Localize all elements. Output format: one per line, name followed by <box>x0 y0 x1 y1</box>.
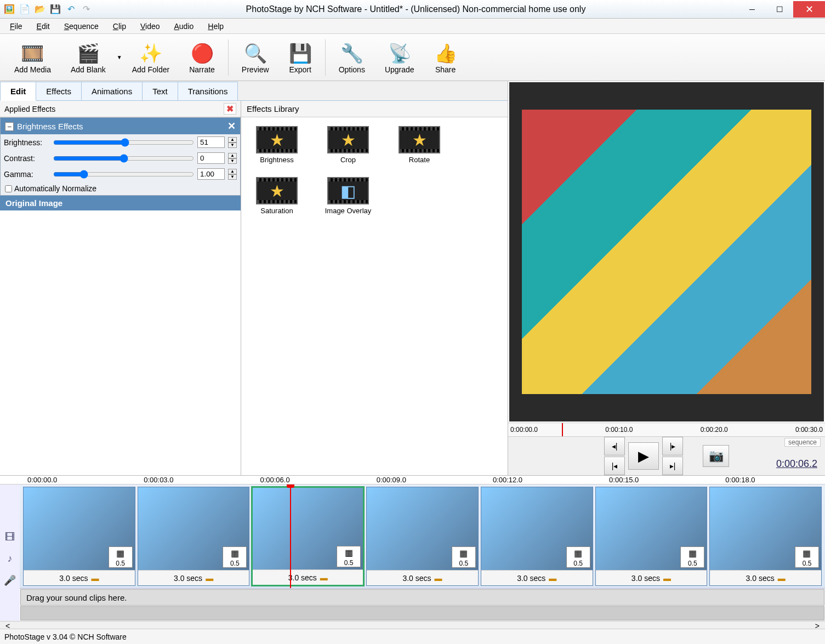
tab-text[interactable]: Text <box>142 82 178 100</box>
sequence-label[interactable]: sequence <box>784 438 821 447</box>
transition-badge[interactable]: ▦0.5 <box>795 546 819 568</box>
tab-animations[interactable]: Animations <box>81 82 143 100</box>
clip-1[interactable]: ▦0.53.0 secs▬ <box>23 487 135 586</box>
brightness-down[interactable]: ▼ <box>228 143 237 148</box>
transition-badge[interactable]: ▦0.5 <box>109 546 133 568</box>
window-controls: ─ ☐ ✕ <box>738 1 825 18</box>
export-button[interactable]: 💾Export <box>279 37 322 78</box>
brightness-value[interactable] <box>197 136 225 148</box>
play-button[interactable]: ▶ <box>628 442 659 470</box>
clip-7[interactable]: ▦0.53.0 secs▬ <box>709 487 822 586</box>
menu-video[interactable]: Video <box>134 20 167 32</box>
menu-clip[interactable]: Clip <box>106 20 133 32</box>
options-button[interactable]: 🔧Options <box>329 37 375 78</box>
contrast-up[interactable]: ▲ <box>228 153 237 158</box>
maximize-button[interactable]: ☐ <box>766 1 793 18</box>
remove-effect-button[interactable]: ✖ <box>224 103 236 115</box>
preview-video[interactable] <box>509 82 824 421</box>
tab-edit[interactable]: Edit <box>0 82 36 101</box>
mic-track-icon[interactable]: 🎤 <box>4 574 16 586</box>
brightness-slider[interactable] <box>53 138 194 147</box>
prev-frame-button[interactable]: ◂| <box>604 437 625 455</box>
video-track-icon[interactable]: 🎞 <box>5 532 15 543</box>
contrast-value[interactable] <box>197 152 225 164</box>
menu-audio[interactable]: Audio <box>167 20 200 32</box>
save-icon[interactable]: 💾 <box>48 2 62 16</box>
transition-icon: ▦ <box>803 547 811 560</box>
transition-badge[interactable]: ▦0.5 <box>680 546 704 568</box>
audio-track-icon[interactable]: ♪ <box>8 553 13 565</box>
narration-track[interactable] <box>20 606 824 620</box>
fx-brightness[interactable]: ★Brightness <box>252 126 301 164</box>
gamma-slider[interactable] <box>53 170 194 179</box>
next-frame-button[interactable]: |▸ <box>662 437 683 455</box>
timeline-playhead[interactable] <box>290 485 291 588</box>
close-button[interactable]: ✕ <box>793 1 825 18</box>
fx-saturation[interactable]: ★Saturation <box>252 177 301 215</box>
tracks: 🎞 ♪ 🎤 ▦0.53.0 secs▬ ▦0.53.0 secs▬ ▦0.53.… <box>0 485 825 621</box>
preview-image <box>522 110 811 395</box>
new-icon[interactable]: 📄 <box>18 2 32 16</box>
menu-sequence[interactable]: Sequence <box>58 20 105 32</box>
tab-transitions[interactable]: Transitions <box>178 82 238 100</box>
close-effect-icon[interactable]: ✕ <box>227 120 236 132</box>
clip-3[interactable]: ▦0.53.0 secs▬ <box>252 487 364 586</box>
add-media-button[interactable]: 🎞️Add Media <box>4 37 61 78</box>
add-folder-button[interactable]: ✨Add Folder <box>122 37 179 78</box>
transition-badge[interactable]: ▦0.5 <box>566 546 590 568</box>
main-toolbar: 🎞️Add Media 🎬Add Blank▼ ✨Add Folder 🔴Nar… <box>0 34 825 81</box>
tab-effects[interactable]: Effects <box>36 82 82 100</box>
gamma-value[interactable] <box>197 168 225 180</box>
menu-help[interactable]: Help <box>201 20 230 32</box>
preview-playhead[interactable] <box>562 423 563 436</box>
brightness-up[interactable]: ▲ <box>228 137 237 143</box>
clip-2[interactable]: ▦0.53.0 secs▬ <box>138 487 250 586</box>
current-time[interactable]: 0:00:06.2 <box>776 458 817 470</box>
app-icon[interactable]: 🖼️ <box>2 2 16 16</box>
preview-button[interactable]: 🔍Preview <box>232 37 279 78</box>
open-icon[interactable]: 📂 <box>33 2 47 16</box>
upgrade-button[interactable]: 📡Upgrade <box>375 37 424 78</box>
fx-rotate[interactable]: ★Rotate <box>395 126 444 164</box>
share-button[interactable]: 👍Share <box>424 37 467 78</box>
clip-6[interactable]: ▦0.53.0 secs▬ <box>595 487 708 586</box>
menu-file[interactable]: File <box>3 20 29 32</box>
clip-4[interactable]: ▦0.53.0 secs▬ <box>366 487 479 586</box>
auto-normalize-checkbox[interactable] <box>5 185 12 192</box>
status-bar: PhotoStage v 3.04 © NCH Software <box>0 629 825 644</box>
narrate-button[interactable]: 🔴Narrate <box>179 37 225 78</box>
audio-track[interactable]: Drag your sound clips here. <box>20 589 824 606</box>
preview-ruler[interactable]: 0:00:00.0 0:00:10.0 0:00:20.0 0:00:30.0 <box>508 423 825 437</box>
contrast-slider[interactable] <box>53 154 194 163</box>
gamma-down[interactable]: ▼ <box>228 174 237 180</box>
transition-badge[interactable]: ▦0.5 <box>452 546 476 568</box>
original-image-bar[interactable]: Original Image <box>0 196 241 210</box>
menu-edit[interactable]: Edit <box>30 20 56 32</box>
duration-icon: ▬ <box>320 573 328 582</box>
applied-effects-header: Applied Effects ✖ <box>0 101 241 117</box>
add-blank-dropdown-icon[interactable]: ▼ <box>117 54 122 60</box>
undo-icon[interactable]: ↶ <box>64 2 78 16</box>
status-text: PhotoStage v 3.04 © NCH Software <box>4 632 127 641</box>
snapshot-button[interactable]: 📷 <box>703 445 729 467</box>
transition-badge[interactable]: ▦0.5 <box>223 546 247 568</box>
gamma-up[interactable]: ▲ <box>228 169 237 174</box>
goto-start-button[interactable]: |◂ <box>604 457 625 475</box>
left-panel: Edit Effects Animations Text Transitions… <box>0 81 508 475</box>
minimize-button[interactable]: ─ <box>738 1 766 18</box>
fx-image-overlay[interactable]: ◧Image Overlay <box>323 177 373 215</box>
clip-5[interactable]: ▦0.53.0 secs▬ <box>481 487 593 586</box>
options-icon: 🔧 <box>340 41 363 65</box>
time-ruler[interactable]: 0:00:00.0 0:00:03.0 0:00:06.0 0:00:09.0 … <box>0 476 825 485</box>
fx-crop[interactable]: ★Crop <box>323 126 373 164</box>
redo-icon[interactable]: ↷ <box>79 2 93 16</box>
track-icons: 🎞 ♪ 🎤 <box>0 485 20 621</box>
goto-end-button[interactable]: ▸| <box>662 457 683 475</box>
contrast-down[interactable]: ▼ <box>228 158 237 164</box>
edit-tabstrip: Edit Effects Animations Text Transitions <box>0 81 508 101</box>
add-blank-button[interactable]: 🎬Add Blank <box>61 37 116 78</box>
video-track[interactable]: ▦0.53.0 secs▬ ▦0.53.0 secs▬ ▦0.53.0 secs… <box>20 485 825 589</box>
transition-icon: ▦ <box>231 547 239 560</box>
collapse-icon[interactable]: − <box>5 122 14 131</box>
transition-badge[interactable]: ▦0.5 <box>337 546 361 567</box>
